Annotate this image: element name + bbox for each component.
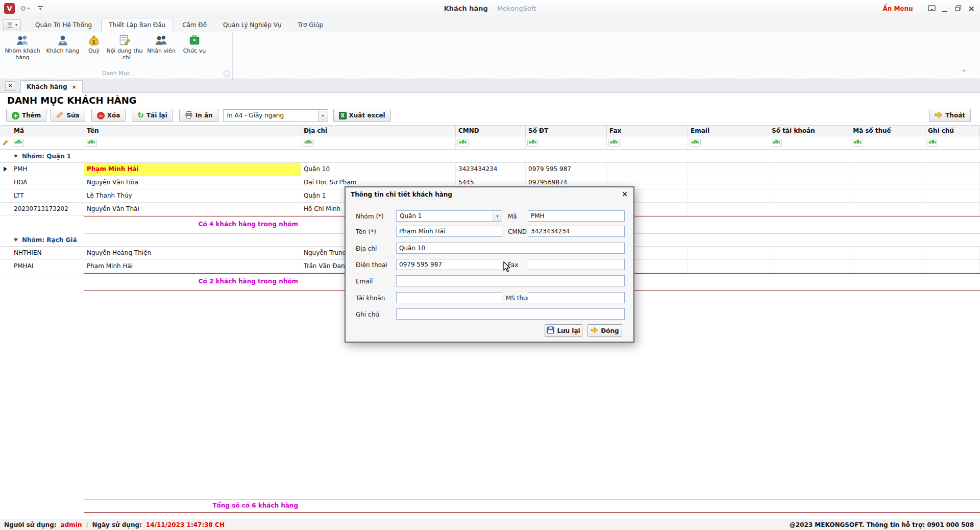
column-header-dia-chi[interactable]: Địa chỉ <box>301 126 456 136</box>
ribbon-collapse-button[interactable]: ^ <box>960 69 969 77</box>
cell-so-dt[interactable]: 0979 595 987 <box>526 163 607 176</box>
hide-menu-button[interactable]: Ẩn Menu <box>883 5 913 12</box>
collapse-group-icon[interactable] <box>14 238 18 242</box>
cell-email[interactable] <box>688 260 769 273</box>
cell-ma-so-thue[interactable] <box>850 189 925 203</box>
cell-email[interactable] <box>688 176 769 189</box>
cell-dia-chi[interactable]: Quận 10 <box>301 163 456 176</box>
cell-ten-selected[interactable]: Phạm Minh Hải <box>84 163 301 176</box>
filter-cell-email[interactable]: aBc <box>688 136 769 149</box>
add-button[interactable]: + Thêm <box>6 109 46 122</box>
cell-ma[interactable]: NHTHIEN <box>11 247 84 260</box>
filter-cell-ghi-chu[interactable]: aBc <box>925 136 980 149</box>
fax-input[interactable] <box>528 259 625 270</box>
cell-ma[interactable]: LTT <box>11 189 84 203</box>
ribbon-tab-cam-do[interactable]: Cầm Đồ <box>175 19 214 32</box>
exit-button[interactable]: Thoát <box>929 109 971 122</box>
cell-fax[interactable] <box>607 163 688 176</box>
close-document-button[interactable]: × <box>5 81 15 91</box>
cell-so-tai-khoan[interactable] <box>769 247 850 260</box>
cell-email[interactable] <box>688 163 769 176</box>
cell-ten[interactable]: Phạm Minh Hải <box>84 260 301 273</box>
filter-abc-icon[interactable]: aBc <box>852 139 863 147</box>
dien-thoai-input[interactable] <box>396 259 502 270</box>
filter-cell-dia-chi[interactable]: aBc <box>301 136 456 149</box>
quick-access-icon[interactable] <box>21 6 26 11</box>
close-button[interactable]: Đóng <box>587 324 622 337</box>
ribbon-item-nhom-khach-hang[interactable]: Nhóm khách hàng <box>1 33 44 61</box>
ghi-chu-input[interactable] <box>396 308 625 320</box>
tab-khach-hang[interactable]: Khách hàng × <box>20 80 83 93</box>
filter-abc-icon[interactable]: aBc <box>927 139 938 147</box>
cell-ghi-chu[interactable] <box>925 189 980 203</box>
column-header-ghi-chu[interactable]: Ghi chú <box>925 126 980 136</box>
filter-abc-icon[interactable]: aBc <box>457 139 469 147</box>
filter-cell-ma-so-thue[interactable]: aBc <box>850 136 925 149</box>
collapse-group-icon[interactable] <box>14 155 18 158</box>
cell-ma[interactable]: PMH <box>11 163 84 176</box>
column-header-so-dt[interactable]: Số ĐT <box>526 126 607 136</box>
cell-ma-so-thue[interactable] <box>850 176 925 189</box>
cell-ma-so-thue[interactable] <box>850 163 925 176</box>
filter-cell-ten[interactable]: aBc <box>84 136 301 149</box>
filter-abc-icon[interactable]: aBc <box>608 139 620 147</box>
tab-close-icon[interactable]: × <box>72 84 77 90</box>
filter-abc-icon[interactable]: aBc <box>303 139 314 147</box>
filter-cell-so-tai-khoan[interactable]: aBc <box>769 136 850 149</box>
filter-cell-fax[interactable]: aBc <box>607 136 688 149</box>
cell-ghi-chu[interactable] <box>925 203 980 216</box>
column-header-ma[interactable]: Mã <box>11 126 84 136</box>
cell-ma-so-thue[interactable] <box>850 260 925 273</box>
filter-abc-icon[interactable]: aBc <box>771 139 782 147</box>
cell-ten[interactable]: Lê Thanh Thúy <box>84 189 301 203</box>
ma-input[interactable] <box>528 210 625 222</box>
chevron-down-icon[interactable]: ▾ <box>493 211 502 221</box>
cell-ma-so-thue[interactable] <box>850 247 925 260</box>
filter-abc-icon[interactable]: aBc <box>527 139 538 147</box>
filter-abc-icon[interactable]: aBc <box>86 139 97 147</box>
cell-ghi-chu[interactable] <box>925 163 980 176</box>
cell-ghi-chu[interactable] <box>925 247 980 260</box>
filter-cell-ma[interactable]: aBc <box>11 136 84 149</box>
filter-abc-icon[interactable]: aBc <box>690 139 701 147</box>
ribbon-tab-quan-ly-nghiep-vu[interactable]: Quản Lý Nghiệp Vụ <box>216 19 289 32</box>
app-logo-icon[interactable]: V <box>4 3 15 14</box>
minimize-icon[interactable] <box>942 6 948 12</box>
cmnd-input[interactable] <box>528 226 625 237</box>
cell-ten[interactable]: Nguyễn Văn Thái <box>84 203 301 216</box>
tai-khoan-input[interactable] <box>396 292 502 303</box>
cell-email[interactable] <box>688 189 769 203</box>
ribbon-tab-quan-tri-he-thong[interactable]: Quản Trị Hệ Thống <box>28 19 99 32</box>
column-header-fax[interactable]: Fax <box>607 126 688 136</box>
filter-cell-so-dt[interactable]: aBc <box>526 136 607 149</box>
cell-ghi-chu[interactable] <box>925 176 980 189</box>
filter-abc-icon[interactable]: aBc <box>13 139 24 147</box>
dialog-close-icon[interactable]: × <box>621 189 629 199</box>
cell-ma[interactable]: PMHAI <box>11 260 84 273</box>
ribbon-tab-tro-giup[interactable]: Trợ Giúp <box>291 19 331 32</box>
cell-ma-so-thue[interactable] <box>850 203 925 216</box>
delete-button[interactable]: − Xóa <box>91 109 126 122</box>
chevron-down-icon[interactable]: ▾ <box>28 6 30 11</box>
ribbon-tab-thiet-lap-ban-dau[interactable]: Thiết Lập Ban Đầu <box>101 18 173 32</box>
ribbon-item-nhan-vien[interactable]: Nhân viên <box>143 33 180 55</box>
column-header-cmnd[interactable]: CMND <box>456 126 526 136</box>
ten-input[interactable] <box>396 226 502 237</box>
restore-icon[interactable] <box>955 5 962 13</box>
cell-ten[interactable]: Nguyễn Văn Hòa <box>84 176 301 189</box>
export-excel-button[interactable]: X Xuất excel <box>333 109 391 122</box>
column-header-email[interactable]: Email <box>688 126 769 136</box>
fullscreen-icon[interactable] <box>928 5 936 13</box>
app-menu-button[interactable]: ▾ <box>3 19 21 30</box>
cell-so-tai-khoan[interactable] <box>769 189 850 203</box>
print-format-select[interactable]: In A4 - Giấy ngang ▾ <box>223 109 328 122</box>
ribbon-item-noi-dung-thu-chi[interactable]: Nội dung thu - chi <box>106 33 143 61</box>
ribbon-item-chuc-vu[interactable]: Chức vụ <box>180 33 209 55</box>
close-icon[interactable]: × <box>968 5 975 12</box>
group-dialog-launcher-button[interactable]: ‹ <box>224 70 230 77</box>
qat-customize-button[interactable]: ▾ <box>38 6 43 11</box>
chevron-down-icon[interactable]: ▾ <box>318 110 328 121</box>
cell-so-tai-khoan[interactable] <box>769 163 850 176</box>
ribbon-item-khach-hang[interactable]: Khách hàng <box>44 33 82 55</box>
edit-button[interactable]: Sửa <box>51 109 85 122</box>
